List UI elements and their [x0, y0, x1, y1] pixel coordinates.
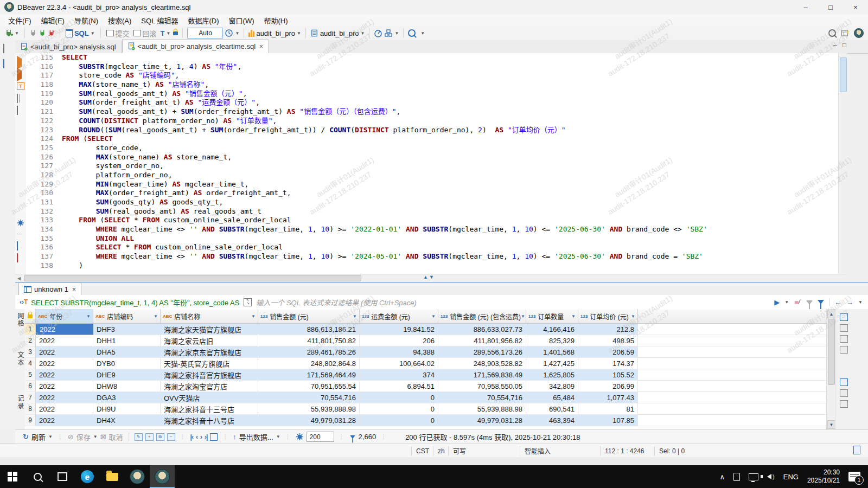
- view-record-tab[interactable]: 记录: [16, 395, 25, 410]
- clear-filter-icon[interactable]: [794, 298, 801, 306]
- search-dropdown[interactable]: ▼: [420, 31, 425, 36]
- grid-cell[interactable]: 825,329: [526, 335, 578, 346]
- grid-scroll-up-icon[interactable]: ▲: [827, 310, 835, 318]
- grid-cell[interactable]: 19,841.52: [360, 324, 438, 335]
- grid-vertical-scrollbar[interactable]: ▲ ▼: [826, 309, 835, 429]
- perspective-icon[interactable]: [840, 29, 850, 37]
- sql-dialect-dropdown[interactable]: ▼: [91, 31, 95, 36]
- connection-dropdown[interactable]: ▼: [297, 31, 301, 36]
- grid-cell[interactable]: 107.85: [578, 415, 638, 426]
- grid-cell[interactable]: 94,388: [360, 346, 438, 357]
- row-count-filter-icon[interactable]: [350, 435, 355, 438]
- grid-cell[interactable]: 1,427,425: [526, 358, 578, 369]
- column-filter-arrow-icon[interactable]: ▼: [631, 314, 635, 319]
- commit-button[interactable]: 提交: [105, 28, 131, 39]
- editor-vertical-scrollbar[interactable]: [838, 53, 847, 274]
- restore-view-icon[interactable]: [3, 44, 12, 53]
- grid-cell[interactable]: 886,633,027.73: [438, 324, 526, 335]
- output-panel-icon[interactable]: [840, 400, 848, 408]
- row-number-cell[interactable]: 8: [25, 403, 36, 414]
- grid-cell[interactable]: 海澜之家抖音十三号店: [161, 403, 258, 414]
- abort-connection-icon[interactable]: [48, 29, 55, 37]
- result-grid-icon[interactable]: [17, 94, 18, 102]
- tray-chevron-up-icon[interactable]: ∧: [720, 473, 725, 481]
- eval-expression-icon[interactable]: [17, 106, 18, 114]
- view-text-tab[interactable]: 文本: [16, 351, 25, 367]
- delete-row-icon[interactable]: −: [167, 433, 175, 441]
- grid-cell[interactable]: 100,664.02: [360, 358, 438, 369]
- grid-cell[interactable]: 2022: [36, 346, 93, 357]
- grid-cell[interactable]: 2022: [36, 381, 93, 391]
- duplicate-row-icon[interactable]: ⧉: [156, 433, 164, 441]
- row-number-cell[interactable]: 7: [25, 392, 36, 403]
- column-header-8[interactable]: 123订单均价 (元)▼: [578, 309, 638, 323]
- fetch-size-input[interactable]: 200: [307, 432, 334, 442]
- filter-history-dropdown[interactable]: ▼: [784, 300, 789, 305]
- taskbar-search-button[interactable]: [25, 465, 50, 488]
- tasks-icon[interactable]: [384, 29, 393, 37]
- editor-settings-gear-icon[interactable]: [17, 219, 24, 228]
- grid-cell[interactable]: 4,166,416: [526, 324, 578, 335]
- row-number-cell[interactable]: 9: [25, 415, 36, 426]
- action-center-icon[interactable]: 1: [848, 472, 860, 481]
- column-filter-arrow-icon[interactable]: ▼: [154, 314, 158, 319]
- schema-selector[interactable]: audit_bi_pro: [320, 29, 359, 37]
- grid-cell[interactable]: 2022: [36, 369, 93, 380]
- refresh-dropdown[interactable]: ▼: [48, 434, 53, 439]
- column-header-2[interactable]: ABC店铺编码▼: [93, 309, 161, 323]
- grid-cell[interactable]: 0: [360, 392, 438, 403]
- grid-cell[interactable]: 海澜之家京东官方旗舰店: [161, 346, 258, 357]
- grid-cell[interactable]: 2022: [36, 403, 93, 414]
- grid-cell[interactable]: 55,939,888.98: [258, 403, 360, 414]
- grid-cell[interactable]: 105.52: [578, 369, 638, 380]
- cancel-button[interactable]: 取消: [109, 432, 123, 442]
- grid-cell[interactable]: 1,625,805: [526, 369, 578, 380]
- grid-cell[interactable]: 886,613,186.21: [258, 324, 360, 335]
- apply-filter-icon[interactable]: ▶: [774, 298, 780, 306]
- grid-cell[interactable]: 206.59: [578, 346, 638, 357]
- dbeaver-perspective-icon[interactable]: [854, 28, 864, 38]
- schema-dropdown[interactable]: ▼: [360, 31, 365, 36]
- column-filter-arrow-icon[interactable]: ▼: [431, 314, 436, 319]
- grid-cell[interactable]: 2022: [36, 415, 93, 426]
- grid-cell[interactable]: DYB0: [93, 358, 161, 369]
- row-number-cell[interactable]: 6: [25, 381, 36, 391]
- grid-cell[interactable]: 海澜之家天猫官方旗舰店: [161, 324, 258, 335]
- edit-cell-icon[interactable]: ✎: [135, 433, 143, 441]
- close-button[interactable]: ×: [843, 0, 868, 14]
- explain-plan-icon[interactable]: T: [17, 82, 24, 90]
- grid-cell[interactable]: DHA5: [93, 346, 161, 357]
- grid-cell[interactable]: 248,802,864.8: [258, 358, 360, 369]
- maximize-button[interactable]: □: [818, 0, 843, 14]
- scroll-left-icon[interactable]: ◀: [15, 275, 23, 281]
- row-count-estimate[interactable]: 2,660: [359, 433, 376, 441]
- last-row-icon[interactable]: ›|: [205, 433, 207, 441]
- sash-collapse-icons[interactable]: ▲▼: [423, 274, 435, 280]
- results-tab-unknown1[interactable]: unknown 1 ×: [18, 282, 81, 296]
- column-filter-arrow-icon[interactable]: ▼: [571, 314, 576, 319]
- grid-cell[interactable]: 70,958,550.05: [438, 381, 526, 391]
- column-header-7[interactable]: 123订单数量▼: [526, 309, 578, 323]
- value-viewer-panel-icon[interactable]: [840, 313, 848, 321]
- row-number-cell[interactable]: 4: [25, 358, 36, 369]
- grid-cell[interactable]: 天猫-英氏官方旗舰店: [161, 358, 258, 369]
- filter-input[interactable]: 输入一个 SQL 表达式来过滤结果 (使用 Ctrl+Space): [256, 297, 774, 307]
- grid-cell[interactable]: 289,461,785.26: [258, 346, 360, 357]
- menu-item-6[interactable]: 窗口(W): [224, 14, 259, 27]
- grid-cell[interactable]: DHH1: [93, 335, 161, 346]
- row-number-cell[interactable]: 2: [25, 335, 36, 346]
- grid-cell[interactable]: 1,401,568: [526, 346, 578, 357]
- more-options-icon[interactable]: ⋯: [17, 231, 22, 237]
- grid-cell[interactable]: 70,951,655.54: [258, 381, 360, 391]
- grid-cell[interactable]: 2022: [36, 358, 93, 369]
- menu-item-7[interactable]: 帮助(H): [259, 14, 292, 27]
- add-row-icon[interactable]: +: [145, 433, 154, 441]
- grid-cell[interactable]: 206: [360, 335, 438, 346]
- grid-cell[interactable]: DH9U: [93, 403, 161, 414]
- grid-cell[interactable]: 70,554,716: [258, 392, 360, 403]
- menu-item-5[interactable]: 数据库(D): [183, 14, 224, 27]
- new-connection-button[interactable]: ▼: [3, 28, 20, 38]
- task-view-button[interactable]: [50, 465, 75, 488]
- grid-cell[interactable]: 2022: [36, 324, 93, 335]
- focus-row-icon[interactable]: [210, 433, 218, 441]
